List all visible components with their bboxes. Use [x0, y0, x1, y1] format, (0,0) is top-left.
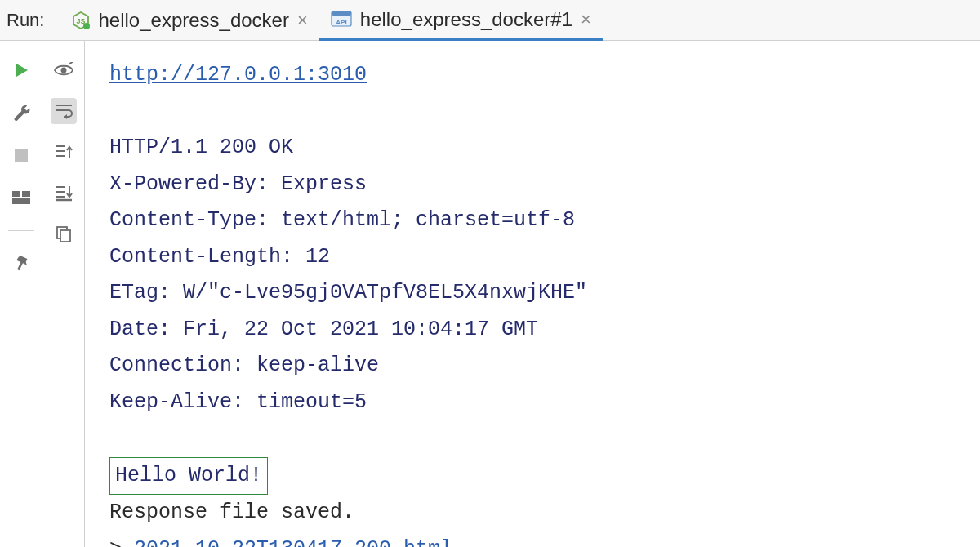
- svg-text:JS: JS: [77, 17, 86, 25]
- toolbar-divider: [8, 230, 34, 231]
- response-header: Content-Length: 12: [109, 239, 956, 276]
- svg-text:API: API: [336, 19, 346, 26]
- console-output[interactable]: http://127.0.0.1:3010 HTTP/1.1 200 OK X-…: [85, 41, 980, 547]
- response-header: Connection: keep-alive: [109, 348, 956, 385]
- scroll-to-bottom-icon[interactable]: [51, 180, 77, 206]
- close-icon[interactable]: ×: [581, 9, 591, 30]
- response-header: Keep-Alive: timeout=5: [109, 385, 956, 421]
- pin-icon[interactable]: [8, 251, 34, 277]
- close-icon[interactable]: ×: [297, 10, 308, 31]
- saved-file-link[interactable]: 2021-10-22T130417.200.html: [134, 537, 452, 548]
- wrench-icon[interactable]: [8, 100, 34, 126]
- saved-file-prefix: >: [109, 537, 134, 548]
- svg-rect-21: [60, 230, 70, 242]
- tab-hello-express-docker[interactable]: JS hello_express_docker ×: [60, 0, 318, 40]
- svg-rect-5: [15, 149, 28, 162]
- stop-button[interactable]: [8, 142, 34, 168]
- run-panel-header: Run: JS hello_express_docker × API h: [0, 0, 980, 41]
- tab-label: hello_express_docker: [98, 9, 288, 32]
- svg-rect-6: [12, 191, 20, 197]
- copy-icon[interactable]: [51, 220, 77, 247]
- secondary-toolbar: [42, 41, 85, 547]
- svg-point-9: [60, 68, 66, 73]
- blank-line: [109, 420, 956, 457]
- scroll-to-top-icon[interactable]: [51, 139, 77, 165]
- response-header: Date: Fri, 22 Oct 2021 10:04:17 GMT: [109, 312, 956, 349]
- response-header: ETag: W/"c-Lve95gj0VATpfV8EL5X4nxwjKHE": [109, 275, 956, 312]
- svg-rect-8: [12, 198, 30, 204]
- response-saved-label: Response file saved.: [109, 495, 956, 531]
- blank-line: [109, 94, 956, 131]
- tab-label: hello_express_docker#1: [360, 8, 572, 31]
- saved-file-line: > 2021-10-22T130417.200.html: [109, 531, 956, 548]
- tabs-container: JS hello_express_docker × API hello_expr…: [60, 0, 602, 40]
- tab-hello-express-docker-1[interactable]: API hello_express_docker#1 ×: [319, 1, 603, 41]
- svg-line-10: [69, 62, 74, 64]
- main-area: http://127.0.0.1:3010 HTTP/1.1 200 OK X-…: [0, 41, 980, 547]
- svg-rect-7: [22, 191, 30, 197]
- request-url-link[interactable]: http://127.0.0.1:3010: [109, 63, 367, 87]
- response-body: Hello World!: [109, 457, 268, 496]
- run-button[interactable]: [8, 57, 34, 83]
- status-line: HTTP/1.1 200 OK: [109, 130, 956, 167]
- nodejs-icon: JS: [72, 11, 90, 29]
- soft-wrap-icon[interactable]: [51, 98, 77, 124]
- primary-toolbar: [0, 41, 42, 547]
- response-header: X-Powered-By: Express: [109, 167, 956, 203]
- layout-icon[interactable]: [8, 185, 34, 211]
- panel-title: Run:: [0, 10, 60, 31]
- show-icon[interactable]: [51, 57, 77, 83]
- svg-rect-3: [332, 11, 351, 16]
- response-header: Content-Type: text/html; charset=utf-8: [109, 202, 956, 239]
- api-icon: API: [331, 11, 352, 29]
- svg-point-1: [83, 23, 90, 29]
